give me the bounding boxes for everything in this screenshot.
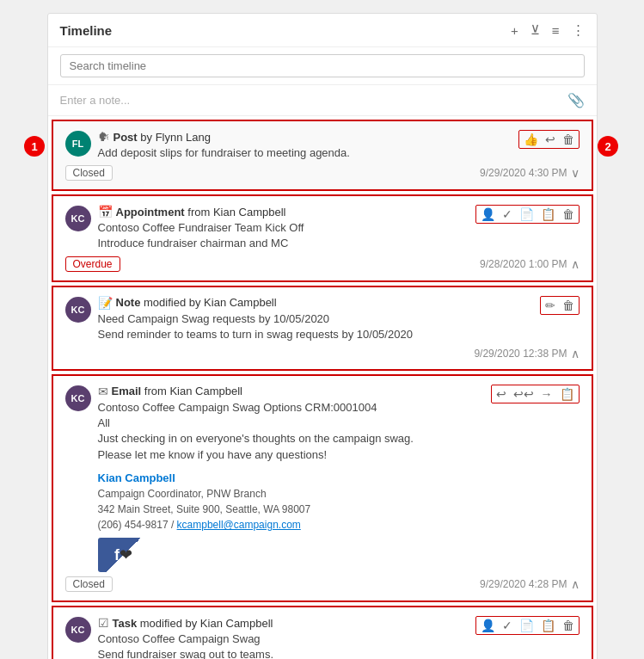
header-icons: + ⊻ ≡ ⋮ xyxy=(511,22,585,38)
list-icon[interactable]: 📋 xyxy=(541,207,555,221)
reply-all-icon[interactable]: ↩↩ xyxy=(513,387,534,401)
signature-role: Campaign Coordinator, PNW Branch xyxy=(98,486,484,502)
task-body: Contoso Coffee Campaign Swag Send fundra… xyxy=(98,631,469,659)
task-item: KC ☑ Task modified by Kian Campbell Cont… xyxy=(52,606,593,659)
task-title: ☑ Task modified by Kian Campbell xyxy=(98,616,469,630)
note-type-icon: 📝 xyxy=(98,296,113,310)
post-item-header: FL 🗣 Post by Flynn Lang Add deposit slip… xyxy=(65,130,580,161)
appointment-content: 📅 Appointment from Kian Campbell Contoso… xyxy=(98,205,469,251)
assign-icon[interactable]: 👤 xyxy=(481,619,495,632)
timeline-items: FL 🗣 Post by Flynn Lang Add deposit slip… xyxy=(48,120,597,659)
task-left: KC ☑ Task modified by Kian Campbell Cont… xyxy=(65,616,469,659)
search-input[interactable] xyxy=(60,54,585,77)
appointment-status: Overdue xyxy=(65,256,120,272)
email-avatar: KC xyxy=(65,385,91,411)
email-signature: Kian Campbell Campaign Coordinator, PNW … xyxy=(98,470,484,533)
delete-icon[interactable]: 🗑 xyxy=(562,207,574,221)
assign-icon[interactable]: 👤 xyxy=(481,207,495,221)
note-item: KC 📝 Note modified by Kian Campbell Need… xyxy=(52,286,593,371)
timeline-panel: Timeline + ⊻ ≡ ⋮ Enter a note... 📎 FL xyxy=(47,13,598,659)
signature-name: Kian Campbell xyxy=(98,470,484,487)
page-wrapper: 1 2 Timeline + ⊻ ≡ ⋮ Enter a note... 📎 xyxy=(9,9,635,659)
post-content: 🗣 Post by Flynn Lang Add deposit slips f… xyxy=(98,130,512,161)
signature-email-link[interactable]: kcampbell@campaign.com xyxy=(177,519,301,531)
post-status: Closed xyxy=(65,165,113,181)
reply-icon[interactable]: ↩ xyxy=(496,387,506,401)
task-title-text: Task modified by Kian Campbell xyxy=(113,617,273,630)
appointment-left: KC 📅 Appointment from Kian Campbell Cont… xyxy=(65,205,469,251)
sort-icon[interactable]: ≡ xyxy=(552,23,560,38)
appointment-body: Contoso Coffee Fundraiser Team Kick Off … xyxy=(98,220,469,251)
task-actions: 👤 ✓ 📄 📋 🗑 xyxy=(475,616,580,635)
note-chevron[interactable]: ∧ xyxy=(571,347,580,360)
post-title: 🗣 Post by Flynn Lang xyxy=(98,130,512,144)
appointment-footer: Overdue 9/28/2020 1:00 PM ∧ xyxy=(65,256,580,272)
note-avatar: KC xyxy=(65,297,91,323)
appointment-chevron[interactable]: ∧ xyxy=(571,257,580,271)
note-header: KC 📝 Note modified by Kian Campbell Need… xyxy=(65,296,580,342)
copy-icon[interactable]: 📄 xyxy=(519,619,534,632)
post-item-left: FL 🗣 Post by Flynn Lang Add deposit slip… xyxy=(65,130,512,161)
copy-icon[interactable]: 📄 xyxy=(519,207,534,221)
email-body: Contoso Coffee Campaign Swag Options CRM… xyxy=(98,400,484,463)
delete-icon[interactable]: 🗑 xyxy=(562,132,574,146)
search-bar xyxy=(48,47,597,85)
annotation-1: 1 xyxy=(24,136,45,157)
email-title: ✉ Email from Kian Campbell xyxy=(98,385,484,398)
appointment-title-text: Appointment from Kian Campbell xyxy=(116,206,286,219)
list-icon[interactable]: 📋 xyxy=(560,387,574,401)
email-image: f ❤ xyxy=(98,538,150,572)
appointment-timestamp: 9/28/2020 1:00 PM ∧ xyxy=(480,257,579,271)
post-item: FL 🗣 Post by Flynn Lang Add deposit slip… xyxy=(52,120,593,191)
post-actions: 👍 ↩ 🗑 xyxy=(518,130,580,149)
signature-contact: (206) 454-9817 / kcampbell@campaign.com xyxy=(98,517,484,533)
post-type-icon: 🗣 xyxy=(98,130,110,144)
appointment-item: KC 📅 Appointment from Kian Campbell Cont… xyxy=(52,194,593,281)
appointment-actions: 👤 ✓ 📄 📋 🗑 xyxy=(475,205,580,224)
task-header: KC ☑ Task modified by Kian Campbell Cont… xyxy=(65,616,580,659)
panel-header: Timeline + ⊻ ≡ ⋮ xyxy=(48,14,597,47)
email-status: Closed xyxy=(65,576,113,592)
delete-icon[interactable]: 🗑 xyxy=(562,619,574,632)
delete-icon[interactable]: 🗑 xyxy=(562,299,574,312)
edit-icon[interactable]: ✏ xyxy=(545,299,555,312)
appointment-type-icon: 📅 xyxy=(98,205,113,219)
task-type-icon: ☑ xyxy=(98,616,109,630)
reply-icon[interactable]: ↩ xyxy=(545,132,555,146)
note-timestamp: 9/29/2020 12:38 PM ∧ xyxy=(474,347,579,360)
list-icon[interactable]: 📋 xyxy=(541,619,555,632)
like-icon[interactable]: 👍 xyxy=(524,132,538,146)
note-content: 📝 Note modified by Kian Campbell Need Ca… xyxy=(98,296,533,342)
email-title-text: Email from Kian Campbell xyxy=(112,385,242,397)
post-chevron[interactable]: ∨ xyxy=(571,166,580,180)
annotation-2: 2 xyxy=(598,136,618,157)
filter-icon[interactable]: ⊻ xyxy=(531,22,540,38)
post-body: Add deposit slips for fundraiser to meet… xyxy=(98,145,512,161)
more-icon[interactable]: ⋮ xyxy=(572,22,585,38)
email-type-icon: ✉ xyxy=(98,385,108,398)
note-left: KC 📝 Note modified by Kian Campbell Need… xyxy=(65,296,533,342)
post-avatar: FL xyxy=(65,131,91,157)
email-header: KC ✉ Email from Kian Campbell Contoso Co… xyxy=(65,385,580,572)
task-avatar: KC xyxy=(65,617,91,643)
add-icon[interactable]: + xyxy=(511,23,518,38)
email-footer: Closed 9/29/2020 4:28 PM ∧ xyxy=(65,576,580,592)
appointment-header: KC 📅 Appointment from Kian Campbell Cont… xyxy=(65,205,580,251)
panel-title: Timeline xyxy=(60,23,511,38)
task-content: ☑ Task modified by Kian Campbell Contoso… xyxy=(98,616,469,659)
email-item: KC ✉ Email from Kian Campbell Contoso Co… xyxy=(52,374,593,602)
email-content: ✉ Email from Kian Campbell Contoso Coffe… xyxy=(98,385,484,572)
post-timestamp: 9/29/2020 4:30 PM ∨ xyxy=(480,166,579,180)
complete-icon[interactable]: ✓ xyxy=(502,207,512,221)
note-title: 📝 Note modified by Kian Campbell xyxy=(98,296,533,310)
complete-icon[interactable]: ✓ xyxy=(502,619,512,632)
note-placeholder: Enter a note... xyxy=(60,94,131,107)
email-actions: ↩ ↩↩ → 📋 xyxy=(491,385,580,403)
forward-icon[interactable]: → xyxy=(541,387,553,401)
appointment-title: 📅 Appointment from Kian Campbell xyxy=(98,205,469,219)
attachment-icon[interactable]: 📎 xyxy=(567,92,585,108)
appointment-avatar: KC xyxy=(65,206,91,231)
note-body: Need Campaign Swag requests by 10/05/202… xyxy=(98,311,533,342)
email-timestamp: 9/29/2020 4:28 PM ∧ xyxy=(480,577,579,591)
email-chevron[interactable]: ∧ xyxy=(571,577,580,591)
